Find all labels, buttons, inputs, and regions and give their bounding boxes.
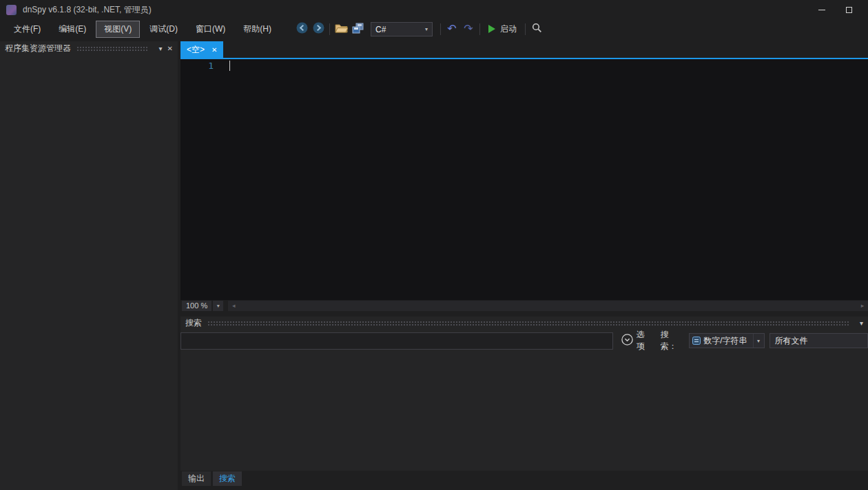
files-filter-combobox[interactable]: 所有文件 bbox=[769, 333, 868, 348]
search-toolbar: 选项 搜索： 数字/字符串 ▾ 所有文件 bbox=[180, 329, 868, 350]
files-filter-value: 所有文件 bbox=[770, 334, 814, 348]
assembly-explorer-header: 程序集资源管理器 ▾ ✕ bbox=[0, 41, 178, 55]
panel-grip bbox=[207, 321, 849, 326]
zoom-dropdown-icon[interactable]: ▾ bbox=[213, 301, 223, 311]
document-tab-empty[interactable]: <空> ✕ bbox=[180, 41, 223, 58]
search-type-combobox[interactable]: 数字/字符串 ▾ bbox=[689, 333, 764, 348]
language-combobox[interactable]: C# ▾ bbox=[371, 22, 433, 36]
menu-edit[interactable]: 编辑(E) bbox=[50, 21, 94, 38]
menu-window[interactable]: 窗口(W) bbox=[187, 21, 234, 38]
save-all-button[interactable] bbox=[349, 21, 366, 37]
scroll-left-icon[interactable]: ◂ bbox=[228, 302, 239, 309]
window-controls bbox=[807, 0, 861, 19]
editor-bottom-bar: 100 % ▾ ◂ ▸ bbox=[180, 300, 868, 311]
navigate-forward-button[interactable] bbox=[310, 21, 327, 37]
toolbar-separator bbox=[440, 23, 441, 35]
dnspy-window: dnSpy v6.1.8 (32-bit, .NET, 管理员) 文件(F) 编… bbox=[0, 0, 868, 490]
code-editor[interactable]: 1 bbox=[180, 59, 868, 300]
toolbar-separator bbox=[479, 23, 480, 35]
undo-button[interactable]: ↶ bbox=[444, 21, 460, 37]
play-icon bbox=[488, 25, 495, 33]
line-number-gutter: 1 bbox=[180, 59, 225, 300]
language-combobox-value: C# bbox=[371, 23, 421, 36]
tab-search[interactable]: 搜索 bbox=[213, 471, 242, 486]
assembly-explorer-title: 程序集资源管理器 bbox=[5, 43, 71, 54]
minimize-button[interactable] bbox=[809, 0, 834, 19]
number-string-icon bbox=[690, 334, 703, 348]
navigate-back-button[interactable] bbox=[293, 21, 310, 37]
chevron-down-icon[interactable]: ▾ bbox=[421, 23, 432, 36]
menu-help[interactable]: 帮助(H) bbox=[235, 21, 280, 38]
minimize-icon bbox=[818, 10, 825, 10]
line-number: 1 bbox=[180, 61, 225, 71]
assembly-explorer-panel: 程序集资源管理器 ▾ ✕ bbox=[0, 41, 178, 490]
menu-debug[interactable]: 调试(D) bbox=[141, 21, 186, 38]
scroll-right-icon[interactable]: ▸ bbox=[857, 302, 868, 309]
back-icon bbox=[296, 22, 308, 36]
chevron-down-icon[interactable]: ▾ bbox=[753, 334, 764, 348]
bottom-tabstrip: 输出 搜索 bbox=[180, 471, 868, 490]
redo-icon: ↷ bbox=[464, 23, 473, 34]
panel-grip bbox=[76, 46, 149, 51]
search-panel-header: 搜索 ▾ bbox=[180, 317, 868, 329]
tab-close-icon[interactable]: ✕ bbox=[211, 46, 217, 54]
document-tab-label: <空> bbox=[187, 44, 205, 56]
toolbar: C# ▾ ↶ ↷ 启动 bbox=[293, 21, 545, 37]
forward-icon bbox=[313, 22, 324, 36]
search-results-area[interactable] bbox=[180, 352, 868, 471]
options-chevron-circle-icon bbox=[621, 334, 633, 348]
toolbar-separator bbox=[329, 23, 330, 35]
undo-icon: ↶ bbox=[447, 23, 456, 34]
options-label: 选项 bbox=[637, 329, 652, 352]
search-icon bbox=[532, 23, 542, 35]
scrollbar-track[interactable] bbox=[239, 301, 857, 311]
text-caret bbox=[229, 61, 230, 71]
zoom-level-combobox[interactable]: 100 % bbox=[182, 301, 211, 311]
start-debugging-button[interactable]: 启动 bbox=[488, 23, 517, 35]
search-panel: 搜索 ▾ 选项 搜索： 数字/字符串 ▾ 所有文件 bbox=[180, 317, 868, 490]
save-all-icon bbox=[352, 23, 364, 36]
search-input[interactable] bbox=[180, 332, 613, 350]
search-panel-title: 搜索 bbox=[185, 317, 202, 329]
maximize-button[interactable] bbox=[836, 0, 861, 19]
app-icon bbox=[6, 5, 17, 15]
window-title: dnSpy v6.1.8 (32-bit, .NET, 管理员) bbox=[23, 4, 152, 16]
search-type-value: 数字/字符串 bbox=[703, 334, 752, 348]
toolbar-separator bbox=[525, 23, 526, 35]
search-for-label: 搜索： bbox=[661, 329, 684, 352]
start-label: 启动 bbox=[500, 23, 517, 35]
panel-menu-chevron-icon[interactable]: ▾ bbox=[159, 45, 163, 52]
code-area[interactable] bbox=[225, 59, 868, 300]
redo-button[interactable]: ↷ bbox=[460, 21, 477, 37]
maximize-icon bbox=[846, 7, 852, 13]
panel-close-icon[interactable]: ✕ bbox=[167, 45, 173, 52]
open-folder-icon bbox=[335, 23, 348, 35]
panel-menu-chevron-icon[interactable]: ▾ bbox=[860, 319, 863, 327]
titlebar: dnSpy v6.1.8 (32-bit, .NET, 管理员) bbox=[0, 0, 868, 19]
menu-view[interactable]: 视图(V) bbox=[96, 21, 140, 38]
menubar: 文件(F) 编辑(E) 视图(V) 调试(D) 窗口(W) 帮助(H) bbox=[0, 19, 868, 39]
tab-output[interactable]: 输出 bbox=[182, 471, 211, 486]
search-options-button[interactable]: 选项 bbox=[621, 329, 652, 352]
open-file-button[interactable] bbox=[333, 21, 349, 37]
document-tabstrip: <空> ✕ bbox=[180, 41, 868, 58]
horizontal-scrollbar[interactable]: ◂ ▸ bbox=[228, 301, 868, 311]
menu-file[interactable]: 文件(F) bbox=[6, 21, 49, 38]
assembly-explorer-tree[interactable] bbox=[0, 55, 178, 490]
search-assemblies-button[interactable] bbox=[528, 21, 545, 37]
